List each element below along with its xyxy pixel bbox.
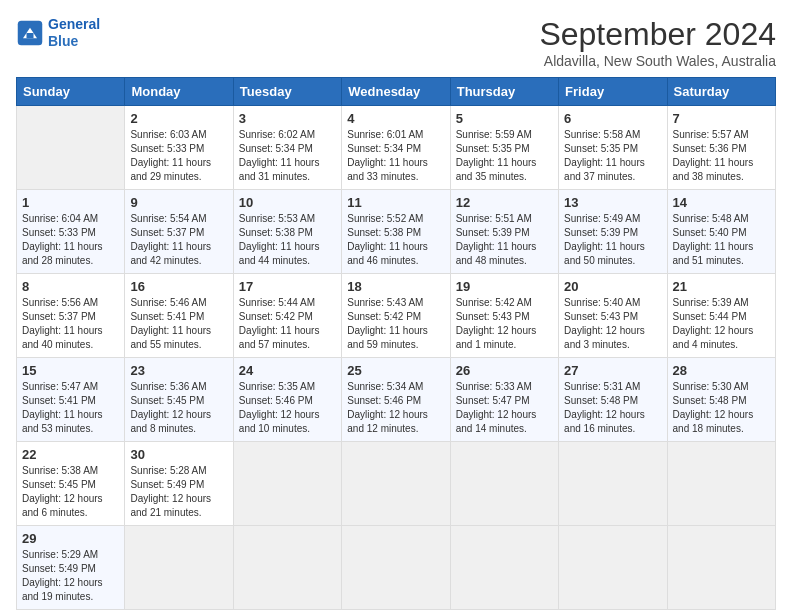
column-header-friday: Friday bbox=[559, 78, 667, 106]
calendar-cell: 13 Sunrise: 5:49 AM Sunset: 5:39 PM Dayl… bbox=[559, 190, 667, 274]
svg-rect-2 bbox=[27, 33, 34, 38]
calendar-week-row: 22 Sunrise: 5:38 AM Sunset: 5:45 PM Dayl… bbox=[17, 442, 776, 526]
day-number: 12 bbox=[456, 195, 553, 210]
calendar-week-row: 8 Sunrise: 5:56 AM Sunset: 5:37 PM Dayli… bbox=[17, 274, 776, 358]
calendar-cell: 15 Sunrise: 5:47 AM Sunset: 5:41 PM Dayl… bbox=[17, 358, 125, 442]
day-info: Sunrise: 5:35 AM Sunset: 5:46 PM Dayligh… bbox=[239, 380, 336, 436]
day-number: 27 bbox=[564, 363, 661, 378]
day-number: 6 bbox=[564, 111, 661, 126]
day-info: Sunrise: 6:04 AM Sunset: 5:33 PM Dayligh… bbox=[22, 212, 119, 268]
column-header-monday: Monday bbox=[125, 78, 233, 106]
calendar-cell: 26 Sunrise: 5:33 AM Sunset: 5:47 PM Dayl… bbox=[450, 358, 558, 442]
day-info: Sunrise: 5:49 AM Sunset: 5:39 PM Dayligh… bbox=[564, 212, 661, 268]
calendar-cell: 10 Sunrise: 5:53 AM Sunset: 5:38 PM Dayl… bbox=[233, 190, 341, 274]
day-number: 7 bbox=[673, 111, 770, 126]
calendar-cell: 8 Sunrise: 5:56 AM Sunset: 5:37 PM Dayli… bbox=[17, 274, 125, 358]
day-number: 13 bbox=[564, 195, 661, 210]
calendar-cell: 18 Sunrise: 5:43 AM Sunset: 5:42 PM Dayl… bbox=[342, 274, 450, 358]
calendar-cell: 25 Sunrise: 5:34 AM Sunset: 5:46 PM Dayl… bbox=[342, 358, 450, 442]
calendar-cell: 17 Sunrise: 5:44 AM Sunset: 5:42 PM Dayl… bbox=[233, 274, 341, 358]
calendar-week-row: 1 Sunrise: 6:04 AM Sunset: 5:33 PM Dayli… bbox=[17, 190, 776, 274]
day-number: 19 bbox=[456, 279, 553, 294]
day-info: Sunrise: 5:31 AM Sunset: 5:48 PM Dayligh… bbox=[564, 380, 661, 436]
calendar-cell: 19 Sunrise: 5:42 AM Sunset: 5:43 PM Dayl… bbox=[450, 274, 558, 358]
calendar-cell bbox=[342, 442, 450, 526]
day-number: 5 bbox=[456, 111, 553, 126]
calendar-cell: 23 Sunrise: 5:36 AM Sunset: 5:45 PM Dayl… bbox=[125, 358, 233, 442]
day-number: 4 bbox=[347, 111, 444, 126]
day-info: Sunrise: 5:36 AM Sunset: 5:45 PM Dayligh… bbox=[130, 380, 227, 436]
day-info: Sunrise: 5:44 AM Sunset: 5:42 PM Dayligh… bbox=[239, 296, 336, 352]
calendar-cell: 20 Sunrise: 5:40 AM Sunset: 5:43 PM Dayl… bbox=[559, 274, 667, 358]
calendar-cell bbox=[233, 526, 341, 610]
calendar-cell: 2 Sunrise: 6:03 AM Sunset: 5:33 PM Dayli… bbox=[125, 106, 233, 190]
calendar-cell bbox=[233, 442, 341, 526]
logo: General Blue bbox=[16, 16, 100, 50]
calendar-cell: 3 Sunrise: 6:02 AM Sunset: 5:34 PM Dayli… bbox=[233, 106, 341, 190]
day-number: 14 bbox=[673, 195, 770, 210]
day-number: 9 bbox=[130, 195, 227, 210]
calendar-cell bbox=[125, 526, 233, 610]
calendar-cell: 4 Sunrise: 6:01 AM Sunset: 5:34 PM Dayli… bbox=[342, 106, 450, 190]
logo-text: General Blue bbox=[48, 16, 100, 50]
day-number: 16 bbox=[130, 279, 227, 294]
column-header-thursday: Thursday bbox=[450, 78, 558, 106]
calendar-table: SundayMondayTuesdayWednesdayThursdayFrid… bbox=[16, 77, 776, 610]
calendar-cell: 21 Sunrise: 5:39 AM Sunset: 5:44 PM Dayl… bbox=[667, 274, 775, 358]
calendar-cell: 16 Sunrise: 5:46 AM Sunset: 5:41 PM Dayl… bbox=[125, 274, 233, 358]
calendar-cell: 30 Sunrise: 5:28 AM Sunset: 5:49 PM Dayl… bbox=[125, 442, 233, 526]
day-info: Sunrise: 6:01 AM Sunset: 5:34 PM Dayligh… bbox=[347, 128, 444, 184]
title-block: September 2024 Aldavilla, New South Wale… bbox=[539, 16, 776, 69]
day-info: Sunrise: 5:39 AM Sunset: 5:44 PM Dayligh… bbox=[673, 296, 770, 352]
day-number: 15 bbox=[22, 363, 119, 378]
calendar-cell: 9 Sunrise: 5:54 AM Sunset: 5:37 PM Dayli… bbox=[125, 190, 233, 274]
day-number: 23 bbox=[130, 363, 227, 378]
day-number: 20 bbox=[564, 279, 661, 294]
calendar-cell: 28 Sunrise: 5:30 AM Sunset: 5:48 PM Dayl… bbox=[667, 358, 775, 442]
day-number: 21 bbox=[673, 279, 770, 294]
day-number: 30 bbox=[130, 447, 227, 462]
day-info: Sunrise: 5:43 AM Sunset: 5:42 PM Dayligh… bbox=[347, 296, 444, 352]
column-header-wednesday: Wednesday bbox=[342, 78, 450, 106]
day-number: 26 bbox=[456, 363, 553, 378]
calendar-cell bbox=[667, 526, 775, 610]
day-number: 10 bbox=[239, 195, 336, 210]
calendar-cell: 22 Sunrise: 5:38 AM Sunset: 5:45 PM Dayl… bbox=[17, 442, 125, 526]
day-number: 3 bbox=[239, 111, 336, 126]
calendar-header-row: SundayMondayTuesdayWednesdayThursdayFrid… bbox=[17, 78, 776, 106]
calendar-cell bbox=[559, 442, 667, 526]
calendar-cell: 14 Sunrise: 5:48 AM Sunset: 5:40 PM Dayl… bbox=[667, 190, 775, 274]
day-info: Sunrise: 5:48 AM Sunset: 5:40 PM Dayligh… bbox=[673, 212, 770, 268]
calendar-cell bbox=[450, 526, 558, 610]
column-header-sunday: Sunday bbox=[17, 78, 125, 106]
calendar-week-row: 29 Sunrise: 5:29 AM Sunset: 5:49 PM Dayl… bbox=[17, 526, 776, 610]
calendar-cell bbox=[342, 526, 450, 610]
day-info: Sunrise: 5:42 AM Sunset: 5:43 PM Dayligh… bbox=[456, 296, 553, 352]
column-header-tuesday: Tuesday bbox=[233, 78, 341, 106]
day-number: 25 bbox=[347, 363, 444, 378]
day-number: 18 bbox=[347, 279, 444, 294]
day-info: Sunrise: 5:52 AM Sunset: 5:38 PM Dayligh… bbox=[347, 212, 444, 268]
calendar-subtitle: Aldavilla, New South Wales, Australia bbox=[539, 53, 776, 69]
day-info: Sunrise: 6:03 AM Sunset: 5:33 PM Dayligh… bbox=[130, 128, 227, 184]
calendar-cell bbox=[450, 442, 558, 526]
calendar-cell: 7 Sunrise: 5:57 AM Sunset: 5:36 PM Dayli… bbox=[667, 106, 775, 190]
day-number: 22 bbox=[22, 447, 119, 462]
day-number: 2 bbox=[130, 111, 227, 126]
calendar-cell bbox=[559, 526, 667, 610]
calendar-cell: 27 Sunrise: 5:31 AM Sunset: 5:48 PM Dayl… bbox=[559, 358, 667, 442]
day-info: Sunrise: 5:46 AM Sunset: 5:41 PM Dayligh… bbox=[130, 296, 227, 352]
calendar-cell: 11 Sunrise: 5:52 AM Sunset: 5:38 PM Dayl… bbox=[342, 190, 450, 274]
logo-icon bbox=[16, 19, 44, 47]
day-info: Sunrise: 5:28 AM Sunset: 5:49 PM Dayligh… bbox=[130, 464, 227, 520]
logo-line2: Blue bbox=[48, 33, 78, 49]
calendar-week-row: 15 Sunrise: 5:47 AM Sunset: 5:41 PM Dayl… bbox=[17, 358, 776, 442]
calendar-cell: 12 Sunrise: 5:51 AM Sunset: 5:39 PM Dayl… bbox=[450, 190, 558, 274]
calendar-week-row: 2 Sunrise: 6:03 AM Sunset: 5:33 PM Dayli… bbox=[17, 106, 776, 190]
day-info: Sunrise: 5:56 AM Sunset: 5:37 PM Dayligh… bbox=[22, 296, 119, 352]
day-info: Sunrise: 5:30 AM Sunset: 5:48 PM Dayligh… bbox=[673, 380, 770, 436]
day-info: Sunrise: 6:02 AM Sunset: 5:34 PM Dayligh… bbox=[239, 128, 336, 184]
day-number: 11 bbox=[347, 195, 444, 210]
page-header: General Blue September 2024 Aldavilla, N… bbox=[16, 16, 776, 69]
calendar-cell: 29 Sunrise: 5:29 AM Sunset: 5:49 PM Dayl… bbox=[17, 526, 125, 610]
